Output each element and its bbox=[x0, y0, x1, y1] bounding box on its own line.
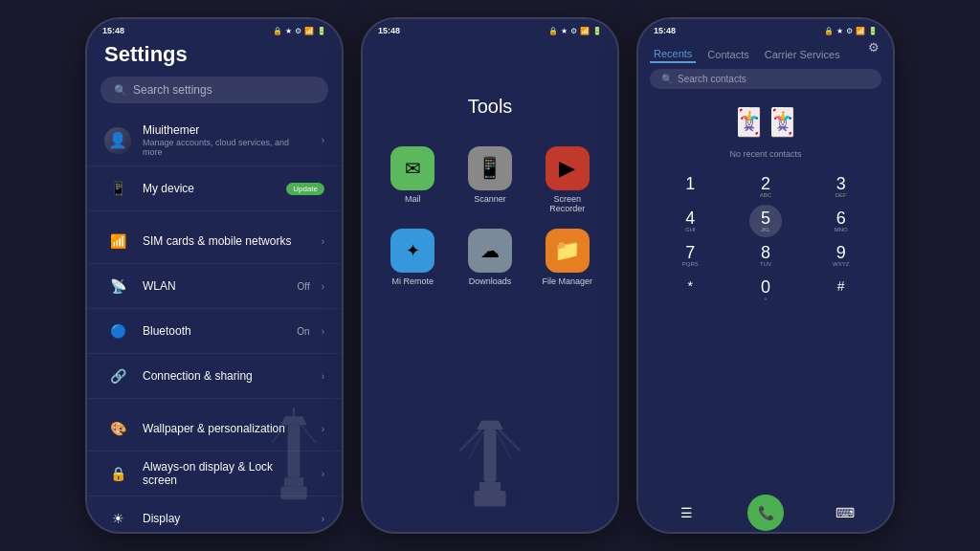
no-recent-text: No recent contacts bbox=[638, 142, 893, 166]
lighthouse-watermark-2 bbox=[452, 408, 528, 513]
search-bar[interactable]: 🔍 Search settings bbox=[100, 77, 328, 103]
contacts-tabs: Recents Contacts Carrier Services bbox=[638, 38, 893, 69]
settings-item-connection[interactable]: 🔗 Connection & sharing › bbox=[87, 354, 342, 399]
wlan-icon: 📡 bbox=[104, 273, 131, 299]
dial-5[interactable]: 5JKL bbox=[749, 205, 782, 237]
svg-rect-9 bbox=[479, 482, 501, 491]
dial-hash[interactable]: # bbox=[804, 274, 878, 306]
time-3: 15:48 bbox=[654, 26, 676, 35]
recorder-icon: ▶ bbox=[546, 146, 590, 190]
bottom-bar: ☰ 📞 ⌨ bbox=[638, 494, 893, 532]
tab-recents[interactable]: Recents bbox=[650, 46, 696, 63]
gear-icon[interactable]: ⚙ bbox=[868, 40, 880, 55]
chevron-icon: › bbox=[322, 326, 324, 337]
chevron-icon: › bbox=[322, 135, 324, 145]
miuithemer-sub: Manage accounts, cloud services, and mor… bbox=[143, 138, 310, 157]
menu-button[interactable]: ☰ bbox=[671, 497, 702, 528]
contacts-search-bar[interactable]: 🔍 Search contacts bbox=[650, 69, 881, 89]
divider-2 bbox=[87, 399, 342, 407]
phone-3: 15:48 🔒 ★ ⚙ 📶 🔋 ⚙ Recents Contacts Carri… bbox=[636, 17, 895, 534]
wallpaper-icon: 🎨 bbox=[104, 415, 131, 442]
sim-icon: 📶 bbox=[104, 228, 131, 254]
settings-item-device[interactable]: 📱 My device Update bbox=[87, 166, 342, 211]
app-item-mail[interactable]: ✉ Mail bbox=[382, 146, 444, 213]
app-item-recorder[interactable]: ▶ Screen Recorder bbox=[536, 146, 598, 213]
tools-screen: 15:48 🔒 ★ ⚙ 📶 🔋 Tools ✉ Mail 📱 Scanner bbox=[363, 19, 617, 532]
app-item-files[interactable]: 📁 File Manager bbox=[536, 229, 598, 286]
chevron-icon: › bbox=[322, 281, 324, 292]
bluetooth-icon: 🔵 bbox=[104, 318, 131, 344]
contact-cards: 🃏🃏 bbox=[638, 99, 893, 142]
settings-title: Settings bbox=[87, 38, 342, 77]
dialpad: 1 2ABC 3DEF 4GHI 5JKL 6MNO 7PQRS 8TUV 9W… bbox=[638, 166, 893, 312]
status-icons-1: 🔒 ★ ⚙ 📶 🔋 bbox=[273, 27, 326, 35]
recorder-label: Screen Recorder bbox=[536, 194, 598, 213]
sim-label: SIM cards & mobile networks bbox=[143, 234, 310, 248]
device-icon: 📱 bbox=[104, 175, 131, 202]
search-placeholder: Search settings bbox=[133, 83, 212, 97]
svg-rect-3 bbox=[280, 487, 307, 500]
files-label: File Manager bbox=[542, 276, 592, 286]
dial-row-3: 7PQRS 8TUV 9WXYZ bbox=[654, 239, 878, 272]
device-label: My device bbox=[143, 182, 275, 195]
bluetooth-status: On bbox=[297, 326, 309, 337]
chevron-icon: › bbox=[322, 514, 324, 524]
display-icon: ☀ bbox=[104, 505, 131, 532]
dial-7[interactable]: 7PQRS bbox=[654, 239, 727, 272]
update-badge[interactable]: Update bbox=[286, 183, 324, 195]
wlan-status: Off bbox=[298, 281, 310, 292]
dial-star[interactable]: * bbox=[654, 274, 727, 306]
lighthouse-watermark bbox=[256, 408, 332, 513]
status-bar-2: 15:48 🔒 ★ ⚙ 📶 🔋 bbox=[363, 19, 617, 38]
dial-1[interactable]: 1 bbox=[654, 170, 727, 203]
chevron-icon: › bbox=[322, 236, 324, 247]
search-icon-contacts: 🔍 bbox=[661, 74, 673, 84]
tab-carrier[interactable]: Carrier Services bbox=[761, 47, 844, 62]
connection-icon: 🔗 bbox=[104, 363, 131, 389]
contacts-search-placeholder: Search contacts bbox=[678, 74, 746, 84]
search-icon: 🔍 bbox=[114, 84, 127, 97]
dial-3[interactable]: 3DEF bbox=[804, 170, 878, 203]
app-grid: ✉ Mail 📱 Scanner ▶ Screen Recorder ✦ Mi … bbox=[363, 137, 617, 296]
status-icons-2: 🔒 ★ ⚙ 📶 🔋 bbox=[548, 27, 602, 35]
phone-1: 15:48 🔒 ★ ⚙ 📶 🔋 Settings 🔍 Search settin… bbox=[85, 17, 344, 534]
dial-2[interactable]: 2ABC bbox=[729, 170, 803, 203]
dial-6[interactable]: 6MNO bbox=[804, 205, 878, 237]
files-icon: 📁 bbox=[546, 229, 590, 273]
divider-1 bbox=[87, 211, 342, 219]
app-item-remote[interactable]: ✦ Mi Remote bbox=[382, 229, 444, 286]
settings-item-wlan[interactable]: 📡 WLAN Off › bbox=[87, 264, 342, 309]
status-icons-3: 🔒 ★ ⚙ 📶 🔋 bbox=[824, 27, 878, 35]
dial-row-2: 4GHI 5JKL 6MNO bbox=[654, 205, 878, 237]
tab-contacts[interactable]: Contacts bbox=[703, 47, 752, 62]
dial-0[interactable]: 0+ bbox=[729, 274, 803, 306]
miuithemer-label: Miuithemer bbox=[143, 123, 310, 137]
dial-row-1: 1 2ABC 3DEF bbox=[654, 170, 878, 203]
app-item-downloads[interactable]: ☁ Downloads bbox=[459, 229, 522, 286]
call-button[interactable]: 📞 bbox=[747, 495, 784, 531]
keyboard-button[interactable]: ⌨ bbox=[830, 497, 860, 528]
bluetooth-label: Bluetooth bbox=[143, 324, 285, 338]
display-label: Display bbox=[143, 512, 310, 525]
scanner-icon: 📱 bbox=[468, 146, 512, 190]
dial-row-4: * 0+ # bbox=[654, 274, 878, 306]
chevron-icon: › bbox=[322, 371, 324, 382]
folder-title: Tools bbox=[363, 38, 617, 137]
svg-rect-7 bbox=[484, 430, 497, 482]
dial-8[interactable]: 8TUV bbox=[729, 239, 803, 272]
downloads-label: Downloads bbox=[469, 276, 512, 286]
remote-label: Mi Remote bbox=[392, 276, 434, 286]
settings-item-sim[interactable]: 📶 SIM cards & mobile networks › bbox=[87, 219, 342, 264]
app-item-scanner[interactable]: 📱 Scanner bbox=[459, 146, 522, 213]
dial-9[interactable]: 9WXYZ bbox=[804, 239, 878, 272]
time-1: 15:48 bbox=[102, 26, 124, 35]
mail-icon: ✉ bbox=[390, 146, 434, 190]
settings-item-user[interactable]: 👤 Miuithemer Manage accounts, cloud serv… bbox=[87, 115, 342, 166]
lock-icon: 🔒 bbox=[104, 460, 131, 487]
svg-rect-10 bbox=[475, 491, 506, 507]
dial-4[interactable]: 4GHI bbox=[654, 205, 727, 237]
time-2: 15:48 bbox=[378, 26, 400, 35]
contacts-screen: 15:48 🔒 ★ ⚙ 📶 🔋 ⚙ Recents Contacts Carri… bbox=[638, 19, 893, 532]
phone-2: 15:48 🔒 ★ ⚙ 📶 🔋 Tools ✉ Mail 📱 Scanner bbox=[361, 17, 619, 534]
settings-item-bluetooth[interactable]: 🔵 Bluetooth On › bbox=[87, 309, 342, 354]
